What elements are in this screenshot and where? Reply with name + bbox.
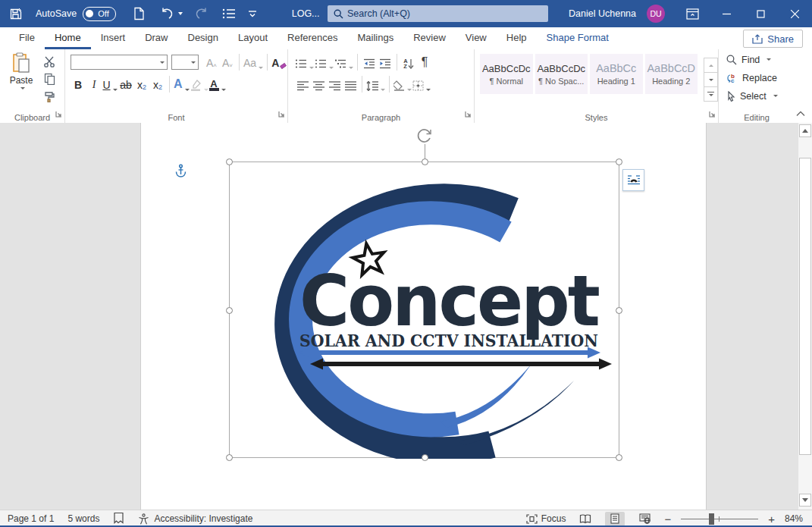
subscript-button[interactable]: x 2 bbox=[134, 76, 149, 93]
font-color-button[interactable]: A bbox=[209, 76, 226, 93]
multilevel-list-button[interactable] bbox=[334, 54, 353, 71]
format-painter-button[interactable] bbox=[41, 89, 58, 103]
ribbon-display-options-icon[interactable] bbox=[686, 8, 699, 20]
minimize-button[interactable] bbox=[710, 0, 744, 27]
autosave-toggle[interactable]: Off bbox=[83, 7, 115, 21]
numbering-button[interactable] bbox=[315, 54, 334, 71]
grow-font-button[interactable]: A˄ bbox=[204, 54, 219, 71]
print-layout-button[interactable] bbox=[605, 512, 625, 526]
style-card-heading2[interactable]: AaBbCcD Heading 2 bbox=[645, 54, 698, 94]
line-spacing-button[interactable] bbox=[366, 76, 385, 93]
search-input[interactable]: Search (Alt+Q) bbox=[328, 5, 548, 22]
close-button[interactable] bbox=[778, 0, 812, 27]
tab-design[interactable]: Design bbox=[178, 27, 228, 49]
zoom-slider-thumb[interactable] bbox=[709, 513, 714, 525]
word-count[interactable]: 5 words bbox=[67, 513, 99, 524]
zoom-slider[interactable] bbox=[681, 513, 758, 525]
tab-draw[interactable]: Draw bbox=[135, 27, 177, 49]
resize-handle-bottom-left[interactable] bbox=[226, 454, 233, 461]
change-case-button[interactable]: Aa bbox=[243, 54, 263, 71]
style-card-no-spacing[interactable]: AaBbCcDc ¶ No Spac... bbox=[535, 54, 588, 94]
show-paragraph-marks-button[interactable]: ¶ bbox=[417, 54, 432, 71]
scroll-up-button[interactable] bbox=[799, 124, 811, 137]
rotate-handle[interactable] bbox=[415, 127, 434, 148]
bullets-button[interactable] bbox=[295, 54, 314, 71]
tab-shape-format[interactable]: Shape Format bbox=[537, 27, 619, 49]
resize-handle-top-right[interactable] bbox=[616, 158, 622, 165]
tab-references[interactable]: References bbox=[277, 27, 347, 49]
zoom-out-button[interactable]: − bbox=[664, 513, 671, 525]
web-layout-button[interactable] bbox=[635, 512, 654, 526]
paste-button[interactable]: Paste bbox=[5, 52, 38, 103]
accessibility-status[interactable]: Accessibility: Investigate bbox=[138, 513, 252, 525]
resize-handle-bottom-right[interactable] bbox=[616, 454, 622, 461]
new-document-icon[interactable] bbox=[133, 7, 145, 20]
scrollbar-thumb[interactable] bbox=[799, 158, 811, 455]
bullet-list-icon[interactable] bbox=[222, 8, 236, 20]
resize-handle-bottom-middle[interactable] bbox=[422, 454, 428, 461]
increase-indent-button[interactable] bbox=[378, 54, 393, 71]
select-button[interactable]: Select bbox=[726, 88, 795, 104]
customize-toolbar-icon[interactable] bbox=[248, 10, 257, 17]
resize-handle-middle-right[interactable] bbox=[616, 307, 622, 314]
tab-insert[interactable]: Insert bbox=[91, 27, 136, 49]
style-card-normal[interactable]: AaBbCcDc ¶ Normal bbox=[480, 54, 533, 94]
undo-button[interactable] bbox=[160, 7, 175, 20]
vertical-scrollbar[interactable] bbox=[798, 123, 812, 510]
proofing-icon[interactable] bbox=[113, 512, 124, 526]
read-mode-button[interactable] bbox=[575, 512, 595, 526]
shrink-font-button[interactable]: A˅ bbox=[220, 54, 235, 71]
focus-mode-button[interactable]: Focus bbox=[526, 513, 566, 524]
resize-handle-middle-left[interactable] bbox=[226, 307, 233, 314]
zoom-level[interactable]: 84% bbox=[785, 513, 803, 524]
superscript-button[interactable]: x 2 bbox=[150, 76, 165, 93]
tab-mailings[interactable]: Mailings bbox=[348, 27, 404, 49]
align-center-button[interactable] bbox=[311, 76, 326, 93]
resize-handle-top-middle[interactable] bbox=[422, 158, 428, 165]
shape-selection[interactable]: Concept SOLAR AND CCTV INSTALLATION bbox=[229, 162, 619, 458]
collapse-ribbon-button[interactable] bbox=[796, 106, 805, 120]
italic-button[interactable]: I bbox=[86, 76, 102, 93]
justify-button[interactable] bbox=[343, 76, 358, 93]
find-button[interactable]: Find bbox=[726, 52, 795, 67]
tab-review[interactable]: Review bbox=[403, 27, 456, 49]
tab-home[interactable]: Home bbox=[45, 27, 91, 49]
paste-dropdown[interactable] bbox=[20, 87, 25, 89]
sort-button[interactable]: A Z bbox=[401, 54, 416, 71]
text-effects-button[interactable]: A bbox=[174, 76, 190, 93]
page-indicator[interactable]: Page 1 of 1 bbox=[8, 513, 54, 524]
share-button[interactable]: Share bbox=[743, 30, 803, 48]
font-size-combobox[interactable] bbox=[171, 55, 199, 70]
styles-scroll-up-button[interactable] bbox=[704, 58, 718, 73]
borders-button[interactable] bbox=[412, 76, 431, 93]
layout-options-button[interactable] bbox=[622, 169, 644, 191]
resize-handle-top-left[interactable] bbox=[226, 158, 233, 165]
scroll-down-button[interactable] bbox=[799, 494, 811, 507]
clear-formatting-button[interactable]: A bbox=[271, 54, 287, 71]
font-name-combobox[interactable] bbox=[71, 55, 168, 70]
document-title[interactable]: LOG... bbox=[292, 8, 320, 19]
strikethrough-button[interactable]: ab bbox=[118, 76, 133, 93]
copy-button[interactable] bbox=[41, 72, 58, 86]
cut-button[interactable] bbox=[41, 55, 58, 68]
tab-view[interactable]: View bbox=[456, 27, 497, 49]
underline-button[interactable]: U bbox=[102, 76, 118, 93]
tab-layout[interactable]: Layout bbox=[228, 27, 277, 49]
user-name[interactable]: Daniel Uchenna bbox=[569, 8, 636, 19]
styles-more-button[interactable] bbox=[704, 86, 718, 102]
align-right-button[interactable] bbox=[327, 76, 342, 93]
tab-file[interactable]: File bbox=[9, 27, 45, 49]
align-left-button[interactable] bbox=[295, 76, 310, 93]
undo-dropdown[interactable] bbox=[178, 12, 183, 15]
maximize-button[interactable] bbox=[744, 0, 778, 27]
styles-scroll-down-button[interactable] bbox=[704, 72, 718, 87]
shading-button[interactable] bbox=[393, 76, 412, 93]
zoom-in-button[interactable]: + bbox=[768, 513, 775, 525]
avatar[interactable]: DU bbox=[647, 5, 665, 23]
highlight-button[interactable] bbox=[190, 76, 208, 93]
document-area[interactable]: Concept SOLAR AND CCTV INSTALLATION bbox=[0, 123, 812, 510]
replace-button[interactable]: b c Replace bbox=[726, 70, 795, 86]
style-card-heading1[interactable]: AaBbCc Heading 1 bbox=[590, 54, 643, 94]
bold-button[interactable]: B bbox=[71, 76, 86, 93]
decrease-indent-button[interactable] bbox=[362, 54, 377, 71]
